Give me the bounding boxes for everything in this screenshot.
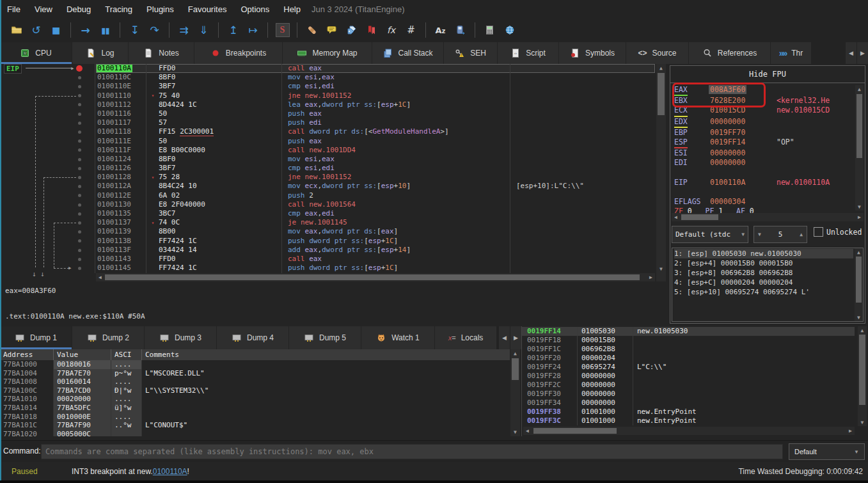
dump-tab-scroll-right-icon[interactable]: ▶ [510,326,521,349]
registers-vscrollbar[interactable]: ▲ ▼ [855,85,864,210]
disasm-row[interactable]: 0100113F034424 14add eax,dword ptr ss:[e… [96,246,655,255]
dump-column-header-asci[interactable]: ASCI [111,349,142,360]
bookmark-button[interactable] [361,21,381,39]
scylla-button[interactable]: S [272,21,292,39]
menu-file[interactable]: File [0,0,28,18]
menu-debug[interactable]: Debug [59,0,98,18]
unlocked-checkbox[interactable] [814,227,823,237]
disasm-hscroll-thumb[interactable] [105,274,640,280]
register-row-ebp[interactable]: EBP0019FF70 [674,128,855,138]
disasm-row[interactable]: 0100112E6A 02push 2 [96,191,655,200]
scroll-up-icon[interactable]: ▲ [855,85,864,93]
animate-into-button[interactable]: ⇉ [174,21,194,39]
run-button[interactable]: → [75,21,95,39]
menu-options[interactable]: Options [233,0,276,18]
dump-pane[interactable]: AddressValueASCIComments 77BA10000018001… [0,349,521,436]
disasm-row[interactable]: 0100110E3BF7cmp esi,edi [96,82,655,91]
tab-seh[interactable]: !SEH [444,42,498,64]
argument-depth-spinner[interactable]: ▼ 5 ▲ [754,226,807,243]
dump-tab-dump-1[interactable]: Dump 1 [0,326,72,349]
stack-row[interactable]: 0019FF2800000000 [522,372,855,381]
dump-row[interactable]: 77BA101000020000.... [0,395,510,404]
argument-row[interactable]: 2: [esp+4] 000015B0 000015B0 [674,258,853,268]
tab-memory-map[interactable]: Memory Map [283,42,372,64]
argument-row[interactable]: 1: [esp] 01005030 new.01005030 [674,249,853,258]
command-profile-dropdown[interactable]: Default ▼ [789,443,865,460]
disasm-row[interactable]: 010011128D4424 1Clea eax,dword ptr ss:[e… [96,100,655,109]
menu-view[interactable]: View [28,0,59,18]
spinner-down-icon[interactable]: ▼ [758,232,761,237]
stack-row[interactable]: 0019FF2400695274L"C:\\" [522,363,855,372]
animate-over-button[interactable]: ⇓ [194,21,214,39]
registers-vscroll-thumb[interactable] [856,94,862,158]
step-into-button[interactable]: ↧ [125,21,145,39]
stack-row[interactable]: 0019FF3801001000new.EntryPoint [522,408,855,416]
stack-vscrollbar[interactable]: ▲ ▼ [858,326,867,426]
stack-hscrollbar[interactable]: ◀ ▶ [523,427,855,435]
disasm-row[interactable]: 01001143FFD0call eax [96,255,655,264]
scroll-down-icon[interactable]: ▼ [855,313,863,321]
dump-column-header-value[interactable]: Value [54,349,111,360]
scroll-left-icon[interactable]: ◀ [672,213,680,221]
calculator-button[interactable] [480,21,500,39]
command-input[interactable] [41,444,783,459]
dump-row[interactable]: 77BA100800160014.... [0,377,510,386]
dump-tab-dump-4[interactable]: Dump 4 [217,326,289,349]
tab-log[interactable]: Log [72,42,129,64]
disasm-row[interactable]: 01001145FF7424 1Cpush dword ptr ss:[esp+… [96,264,655,273]
disasm-row[interactable]: 010011248BF0mov esi,eax [96,155,655,164]
dump-column-header-address[interactable]: Address [0,349,54,360]
scroll-right-icon[interactable]: ▶ [846,427,855,435]
disasm-row[interactable]: 0100113BFF7424 1Cpush dword ptr ss:[esp+… [96,237,655,246]
dump-row[interactable]: 77BA10180010000E.... [0,413,510,422]
menu-favourites[interactable]: Favourites [181,0,234,18]
open-file-button[interactable] [6,21,26,39]
scroll-down-icon[interactable]: ▼ [855,203,864,210]
stack-vscroll-thumb[interactable] [859,335,865,405]
pause-button[interactable]: ▮▮ [95,21,115,39]
restart-button[interactable]: ↺ [26,21,46,39]
step-over-button[interactable]: ↷ [145,21,164,39]
text-case-button[interactable]: Az [430,21,450,39]
disasm-row[interactable]: 010011398B00mov eax,dword ptr ds:[eax] [96,227,655,236]
disasm-row[interactable]: 01001118FF15 2C300001call dword ptr ds:[… [96,127,655,136]
menu-plugins[interactable]: Plugins [139,0,181,18]
disasm-row[interactable]: 0100111650push eax [96,109,655,118]
dump-tab-scroll-left-icon[interactable]: ◀ [498,326,510,349]
disasm-hscrollbar[interactable]: ◀ ▶ [96,273,655,281]
tab-scroll-right-icon[interactable]: ▶ [856,42,868,64]
breakpoint-dot-icon[interactable] [76,65,83,72]
disasm-row[interactable]: 0100110C8BF0mov esi,eax [96,73,655,82]
column-divider[interactable] [146,64,146,273]
scroll-right-icon[interactable]: ▶ [647,273,655,281]
disasm-row[interactable]: 01001128▾75 28jne new.1001152 [96,173,655,182]
dump-tab-dump-3[interactable]: Dump 3 [145,326,217,349]
stack-row[interactable]: 0019FF3000000000 [522,390,855,399]
register-row-esp[interactable]: ESP0019FF14"OP" [674,138,855,148]
tab-thr[interactable]: »»Thr [771,42,812,64]
scroll-left-icon[interactable]: ◀ [96,273,104,281]
disasm-row[interactable]: 01001130E8 2F040000call new.1001564 [96,200,655,209]
scroll-down-icon[interactable]: ▼ [510,428,520,436]
arguments-vscroll-thumb[interactable] [856,257,862,303]
spinner-up-icon[interactable]: ▲ [800,232,803,237]
scroll-down-icon[interactable]: ▼ [656,265,666,273]
dump-tab-locals[interactable]: x=Locals [435,326,497,349]
disasm-row[interactable]: 01001137▾74 0Cje new.1001145 [96,218,655,227]
stack-row[interactable]: 0019FF18000015B0 [522,336,855,345]
label-button[interactable] [342,21,361,39]
stack-row[interactable]: 0019FF2000000204 [522,354,855,363]
registers-pane[interactable]: Hide FPU EAX008A3F60EBX7628E200<kernel32… [670,65,865,324]
register-row-edx[interactable]: EDX00000000 [674,117,855,128]
tab-script[interactable]: ‹›Script [498,42,559,64]
menu-tracing[interactable]: Tracing [98,0,139,18]
menu-help[interactable]: Help [276,0,308,18]
scroll-up-icon[interactable]: ▲ [656,64,666,72]
dump-tab-watch-1[interactable]: Watch 1 [361,326,435,349]
stack-hscroll-thumb[interactable] [533,428,617,434]
argument-row[interactable]: 5: [esp+10] 00695274 00695274 L' [674,287,853,297]
disasm-row[interactable]: 0100111E50push eax [96,137,655,146]
tab-references[interactable]: References [689,42,771,64]
tab-source[interactable]: <>Source [626,42,689,64]
disasm-row[interactable]: 010011263BF7cmp esi,edi [96,164,655,173]
